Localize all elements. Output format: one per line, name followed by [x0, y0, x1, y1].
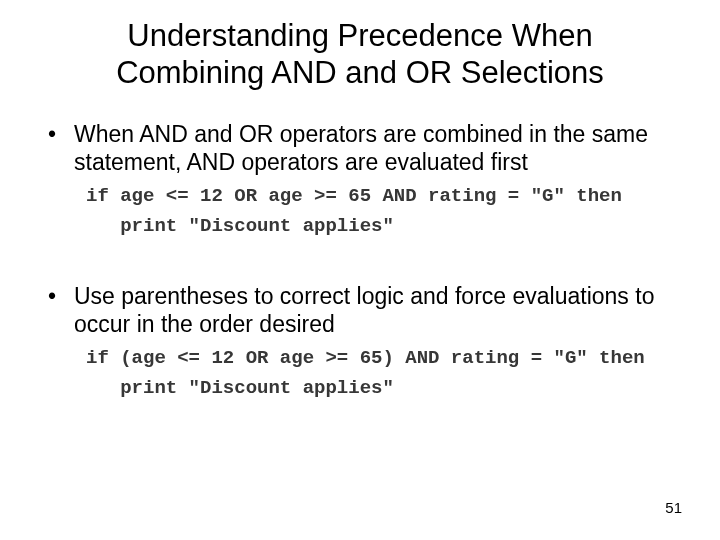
bullet-text-2: Use parentheses to correct logic and for… [74, 283, 654, 337]
bullet-list-2: Use parentheses to correct logic and for… [40, 283, 680, 338]
slide: Understanding Precedence When Combining … [0, 0, 720, 540]
slide-title: Understanding Precedence When Combining … [0, 0, 720, 91]
code-block-1: if age <= 12 OR age >= 65 AND rating = "… [86, 182, 680, 241]
page-number: 51 [665, 499, 682, 516]
code2-line1: if (age <= 12 OR age >= 65) AND rating =… [86, 347, 645, 369]
bullet-item-2: Use parentheses to correct logic and for… [40, 283, 680, 338]
spacing [40, 263, 680, 283]
title-line-1: Understanding Precedence When [127, 18, 592, 53]
bullet-item-1: When AND and OR operators are combined i… [40, 121, 680, 176]
code1-line1: if age <= 12 OR age >= 65 AND rating = "… [86, 185, 622, 207]
title-line-2: Combining AND and OR Selections [116, 55, 604, 90]
slide-body: When AND and OR operators are combined i… [0, 91, 720, 403]
bullet-list: When AND and OR operators are combined i… [40, 121, 680, 176]
code1-line2: print "Discount applies" [86, 215, 394, 237]
code2-line2: print "Discount applies" [86, 377, 394, 399]
bullet-text-1: When AND and OR operators are combined i… [74, 121, 648, 175]
code-block-2: if (age <= 12 OR age >= 65) AND rating =… [86, 344, 680, 403]
